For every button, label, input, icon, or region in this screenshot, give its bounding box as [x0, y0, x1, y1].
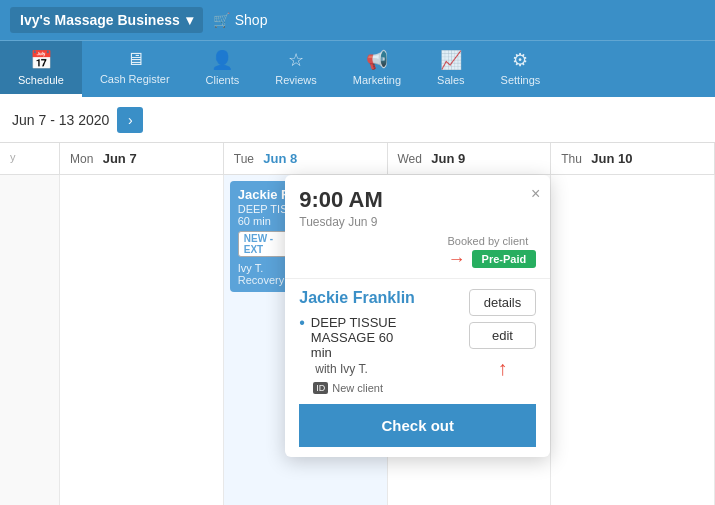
date-range-label: Jun 7 - 13 2020: [12, 112, 109, 128]
popup-action-buttons: details edit ↑: [469, 289, 537, 394]
header-jun7: Mon Jun 7: [60, 143, 224, 174]
popup-client-name[interactable]: Jackie Franklin: [299, 289, 450, 307]
popup-service-item: • DEEP TISSUE MASSAGE 60 min: [299, 315, 450, 360]
header-weekday-jun10: Thu: [561, 152, 582, 166]
popup-close-button[interactable]: ×: [531, 185, 540, 203]
popup-body: Jackie Franklin • DEEP TISSUE MASSAGE 60: [285, 279, 550, 457]
header-jun10: Thu Jun 10: [551, 143, 715, 174]
business-name-label: Ivy's Massage Business: [20, 12, 180, 28]
checkout-button[interactable]: Check out: [299, 404, 536, 447]
popup-client-section: Jackie Franklin • DEEP TISSUE MASSAGE 60: [299, 289, 450, 394]
chart-icon: 📈: [440, 49, 462, 71]
business-name-btn[interactable]: Ivy's Massage Business ▾: [10, 7, 203, 33]
header-weekday-jun9: Wed: [398, 152, 422, 166]
nav-item-sales[interactable]: 📈 Sales: [419, 41, 483, 97]
calendar-header: y Mon Jun 7 Tue Jun 8 Wed Jun 9 Thu Jun …: [0, 143, 715, 175]
popup-date: Tuesday Jun 9: [299, 215, 536, 229]
nav-label-cash-register: Cash Register: [100, 73, 170, 85]
nav-item-marketing[interactable]: 📢 Marketing: [335, 41, 419, 97]
popup-service-name: DEEP TISSUE MASSAGE 60: [311, 315, 451, 345]
header-jun8: Tue Jun 8: [224, 143, 388, 174]
edit-arrow-indicator: ↑: [469, 357, 537, 380]
calendar-container: y Mon Jun 7 Tue Jun 8 Wed Jun 9 Thu Jun …: [0, 143, 715, 505]
header-date-jun7: Mon: [70, 152, 93, 166]
nav-item-schedule[interactable]: 📅 Schedule: [0, 41, 82, 97]
popup-with-staff: with Ivy T.: [315, 362, 450, 376]
nav-label-schedule: Schedule: [18, 74, 64, 86]
star-icon: ☆: [288, 49, 304, 71]
booked-by-label: Booked by client: [448, 235, 529, 247]
nav-item-reviews[interactable]: ☆ Reviews: [257, 41, 335, 97]
col-time: [0, 175, 60, 505]
nav-item-cash-register[interactable]: 🖥 Cash Register: [82, 41, 188, 97]
shop-button[interactable]: 🛒 Shop: [213, 12, 268, 28]
appointment-popup: × 9:00 AM Tuesday Jun 9 Booked by client…: [285, 175, 550, 457]
top-bar: Ivy's Massage Business ▾ 🛒 Shop: [0, 0, 715, 40]
cart-icon: 🛒: [213, 12, 230, 28]
details-button[interactable]: details: [469, 289, 537, 316]
header-day-jun9: Jun 9: [431, 151, 465, 166]
col-thu: [551, 175, 715, 505]
new-client-icon: ID: [313, 382, 328, 394]
popup-prepaid-badge: Pre-Paid: [472, 250, 537, 268]
nav-label-sales: Sales: [437, 74, 465, 86]
register-icon: 🖥: [126, 49, 144, 70]
chevron-down-icon: ▾: [186, 12, 193, 28]
bullet-icon: •: [299, 315, 305, 331]
next-week-button[interactable]: ›: [117, 107, 143, 133]
nav-label-settings: Settings: [501, 74, 541, 86]
gear-icon: ⚙: [512, 49, 528, 71]
popup-service-list: • DEEP TISSUE MASSAGE 60 min: [299, 315, 450, 394]
header-day-jun8: Jun 8: [263, 151, 297, 166]
shop-label: Shop: [235, 12, 268, 28]
col-wed: × 9:00 AM Tuesday Jun 9 Booked by client…: [388, 175, 552, 505]
header-sun: y: [0, 143, 60, 174]
col-mon: [60, 175, 224, 505]
popup-time: 9:00 AM: [299, 187, 536, 213]
header-weekday-jun8: Tue: [234, 152, 254, 166]
nav-label-clients: Clients: [206, 74, 240, 86]
popup-new-client: ID New client: [313, 382, 450, 394]
calendar-icon: 📅: [30, 49, 52, 71]
edit-button[interactable]: edit: [469, 322, 537, 349]
popup-header: × 9:00 AM Tuesday Jun 9 Booked by client…: [285, 175, 550, 279]
user-icon: 👤: [211, 49, 233, 71]
popup-arrow-indicator: →: [448, 249, 466, 270]
header-jun9: Wed Jun 9: [388, 143, 552, 174]
nav-label-marketing: Marketing: [353, 74, 401, 86]
popup-service-suffix: min: [311, 345, 451, 360]
nav-item-settings[interactable]: ⚙ Settings: [483, 41, 559, 97]
nav-item-clients[interactable]: 👤 Clients: [188, 41, 258, 97]
up-arrow-icon: ↑: [497, 357, 507, 379]
app-container: Ivy's Massage Business ▾ 🛒 Shop 📅 Schedu…: [0, 0, 715, 505]
nav-label-reviews: Reviews: [275, 74, 317, 86]
calendar-body: Jackie Franklin DEEP TISSUE MASSAGE 60 m…: [0, 175, 715, 505]
popup-service-text: DEEP TISSUE MASSAGE 60 min: [311, 315, 451, 360]
date-navigation: Jun 7 - 13 2020 ›: [0, 97, 715, 143]
header-day-jun10: Jun 10: [591, 151, 632, 166]
header-day-jun7: Jun 7: [103, 151, 137, 166]
popup-content-row: Jackie Franklin • DEEP TISSUE MASSAGE 60: [299, 289, 536, 394]
megaphone-icon: 📢: [366, 49, 388, 71]
nav-bar: 📅 Schedule 🖥 Cash Register 👤 Clients ☆ R…: [0, 40, 715, 97]
new-client-label: New client: [332, 382, 383, 394]
